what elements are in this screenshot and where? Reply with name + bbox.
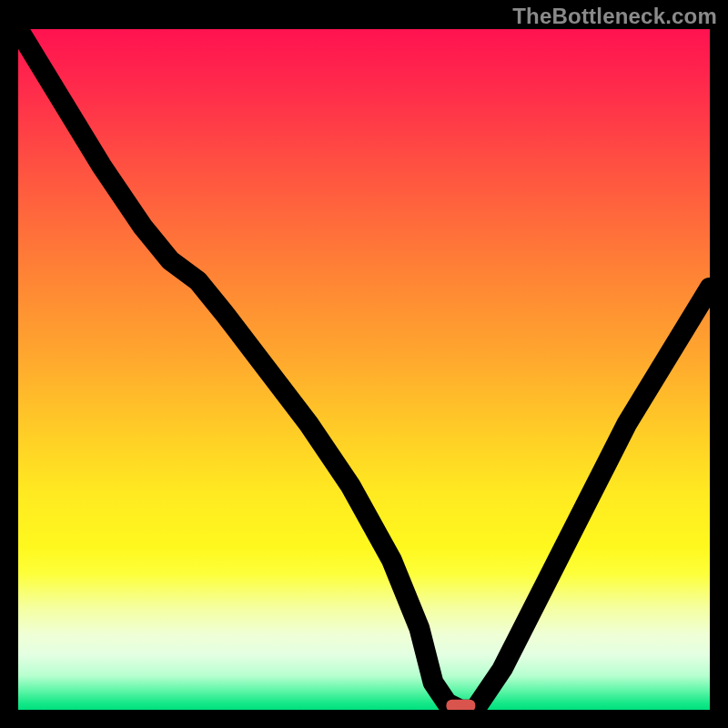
bottleneck-curve (18, 29, 710, 710)
chart-frame: TheBottleneck.com (0, 0, 728, 728)
optimum-marker (446, 700, 475, 710)
watermark-text: TheBottleneck.com (512, 4, 717, 29)
plot-area (18, 29, 710, 710)
curve-path (18, 29, 710, 710)
